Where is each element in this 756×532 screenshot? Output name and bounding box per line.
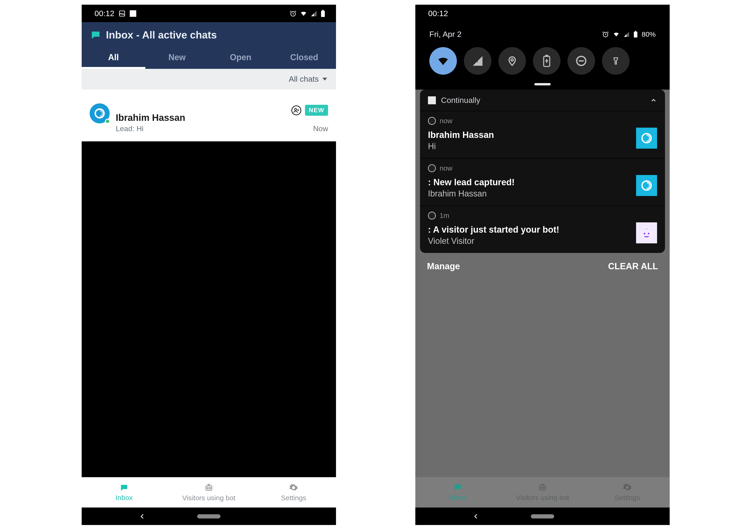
- page-title: Inbox - All active chats: [106, 29, 217, 41]
- filter-dropdown[interactable]: All chats: [82, 69, 336, 89]
- svg-point-23: [543, 487, 544, 488]
- qs-dnd[interactable]: [567, 47, 595, 75]
- battery-icon: [320, 10, 326, 17]
- notif-thumbnail: [636, 175, 657, 196]
- notif-app-icon: [428, 164, 436, 172]
- nav-label: Settings: [615, 494, 640, 502]
- nav-label: Inbox: [116, 494, 133, 502]
- group-app-name: Continually: [441, 96, 480, 105]
- qs-flashlight[interactable]: [602, 47, 630, 75]
- notif-thumbnail: [636, 128, 657, 148]
- svg-point-19: [644, 233, 645, 234]
- svg-point-18: [640, 226, 653, 240]
- notif-app-icon: [428, 117, 436, 125]
- svg-point-20: [648, 233, 649, 234]
- signal-icon: [623, 31, 630, 37]
- tab-label: Closed: [290, 52, 318, 62]
- svg-rect-21: [539, 486, 545, 490]
- image-icon: [119, 10, 125, 17]
- chat-list: NEW Ibrahim Hassan Lead: Hi Now: [82, 89, 336, 142]
- notif-subtitle: Violet Visitor: [428, 236, 657, 246]
- notif-age: now: [440, 117, 452, 125]
- nav-visitors[interactable]: Visitors using bot: [166, 477, 251, 508]
- chat-list-item[interactable]: NEW Ibrahim Hassan Lead: Hi Now: [82, 89, 336, 142]
- notif-age: now: [440, 164, 452, 172]
- app-icon: [428, 96, 436, 104]
- svg-rect-10: [634, 32, 637, 37]
- nav-label: Visitors using bot: [182, 494, 235, 502]
- presence-online-icon: [105, 119, 110, 124]
- notif-title: : New lead captured!: [428, 177, 657, 187]
- back-icon[interactable]: [139, 513, 146, 520]
- qs-cellular[interactable]: [464, 47, 491, 75]
- filter-label: All chats: [289, 74, 319, 84]
- alarm-icon: [602, 31, 609, 38]
- tab-new[interactable]: New: [145, 46, 209, 69]
- notification-item[interactable]: 1m : A visitor just started your bot! Vi…: [420, 206, 665, 253]
- notif-age: 1m: [440, 212, 449, 220]
- notification-item[interactable]: now : New lead captured! Ibrahim Hassan: [420, 159, 665, 206]
- svg-point-22: [541, 487, 542, 488]
- nav-inbox[interactable]: Inbox: [415, 477, 500, 508]
- manage-button[interactable]: Manage: [427, 261, 460, 271]
- tab-all[interactable]: All: [82, 46, 145, 69]
- notif-subtitle: Ibrahim Hassan: [428, 189, 657, 199]
- qs-location[interactable]: [499, 47, 526, 75]
- shade-actions: Manage CLEAR ALL: [420, 253, 665, 280]
- shade-body: Continually now Ibrahim Hassan Hi: [415, 90, 670, 525]
- home-pill[interactable]: [197, 514, 221, 519]
- android-nav-bar: [82, 508, 336, 525]
- chat-time: Now: [313, 124, 328, 133]
- app-indicator-icon: [130, 10, 136, 17]
- tab-closed[interactable]: Closed: [273, 46, 336, 69]
- nav-settings[interactable]: Settings: [585, 477, 670, 508]
- tab-label: All: [108, 52, 119, 62]
- chevron-down-icon: [322, 78, 327, 81]
- svg-point-8: [209, 488, 210, 489]
- clear-all-button[interactable]: CLEAR ALL: [608, 261, 658, 271]
- chevron-up-icon: [650, 97, 657, 104]
- qs-battery-saver[interactable]: [533, 47, 560, 75]
- notif-subtitle: Hi: [428, 142, 657, 151]
- group-header[interactable]: Continually: [420, 90, 665, 111]
- tabs: All New Open Closed: [82, 46, 336, 69]
- battery-percent: 80%: [642, 30, 656, 38]
- tab-label: Open: [230, 52, 251, 62]
- status-time: 00:12: [428, 9, 448, 18]
- nav-label: Settings: [281, 494, 306, 502]
- notification-group: Continually now Ibrahim Hassan Hi: [420, 90, 665, 253]
- status-bar: 00:12: [82, 5, 336, 22]
- wifi-icon: [300, 10, 307, 17]
- nav-settings[interactable]: Settings: [251, 477, 336, 508]
- chat-preview: Lead: Hi: [116, 124, 144, 133]
- svg-rect-3: [322, 10, 323, 11]
- qs-wifi[interactable]: [429, 47, 457, 75]
- nav-label: Inbox: [449, 493, 466, 501]
- nav-label: Visitors using bot: [516, 494, 569, 502]
- nav-visitors[interactable]: Visitors using bot: [500, 477, 585, 508]
- avatar: [90, 103, 110, 123]
- notification-item[interactable]: now Ibrahim Hassan Hi: [420, 111, 665, 159]
- notif-title: : A visitor just started your bot!: [428, 225, 657, 235]
- nav-inbox[interactable]: Inbox: [82, 477, 166, 508]
- svg-rect-11: [635, 31, 636, 32]
- notif-title: Ibrahim Hassan: [428, 130, 657, 140]
- notif-thumbnail: [636, 222, 657, 243]
- shade-drag-handle[interactable]: [534, 83, 551, 85]
- svg-point-12: [511, 59, 513, 61]
- add-person-icon[interactable]: [291, 105, 301, 115]
- home-pill[interactable]: [531, 514, 554, 519]
- bottom-nav: Inbox Visitors using bot Settings: [82, 477, 336, 508]
- tab-open[interactable]: Open: [209, 46, 273, 69]
- shade-header: Fri, Apr 2 80%: [415, 22, 670, 85]
- tab-label: New: [169, 52, 186, 62]
- wifi-icon: [613, 31, 620, 38]
- status-bar: 00:12: [415, 5, 670, 22]
- svg-rect-14: [546, 55, 548, 57]
- app-header: Inbox - All active chats All New Open Cl…: [82, 22, 336, 69]
- svg-point-5: [295, 108, 297, 110]
- back-icon[interactable]: [472, 513, 479, 520]
- svg-point-7: [207, 488, 208, 489]
- bottom-nav: Inbox Visitors using bot Settings: [415, 477, 670, 508]
- svg-rect-6: [206, 486, 212, 490]
